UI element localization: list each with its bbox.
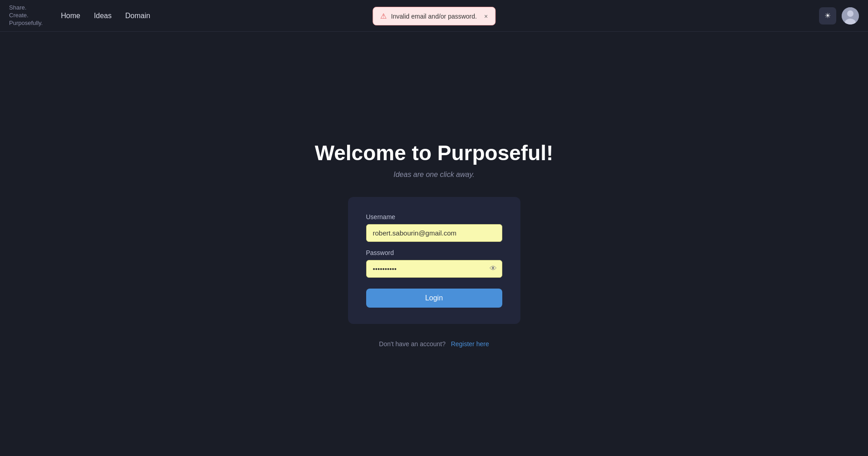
brand-line1: Share. — [9, 4, 43, 12]
nav-domain[interactable]: Domain — [125, 12, 150, 20]
sun-icon: ☀ — [824, 11, 831, 20]
alert-banner: ⚠ Invalid email and/or password. × — [373, 7, 495, 25]
password-toggle-button[interactable]: 👁 — [490, 265, 497, 273]
register-prompt: Don't have an account? — [379, 340, 446, 348]
svg-point-1 — [847, 10, 853, 17]
brand: Share. Create. Purposefully. — [9, 4, 43, 27]
password-label: Password — [366, 249, 502, 256]
eye-icon: 👁 — [490, 265, 497, 272]
avatar[interactable] — [842, 7, 859, 25]
nav-right: ☀ — [819, 7, 859, 25]
register-link[interactable]: Register here — [451, 340, 489, 348]
login-card: Username Password 👁 Login — [348, 197, 520, 324]
theme-toggle-button[interactable]: ☀ — [819, 7, 836, 25]
alert-icon: ⚠ — [380, 12, 387, 20]
register-section: Don't have an account? Register here — [379, 340, 489, 348]
navbar: Share. Create. Purposefully. Home Ideas … — [0, 0, 868, 32]
password-input[interactable] — [366, 260, 502, 278]
page-subheading: Ideas are one click away. — [393, 171, 474, 179]
alert-message: Invalid email and/or password. — [391, 13, 477, 20]
page-heading: Welcome to Purposeful! — [315, 141, 554, 165]
brand-line3: Purposefully. — [9, 20, 43, 27]
main-content: Welcome to Purposeful! Ideas are one cli… — [0, 32, 868, 456]
password-group: Password 👁 — [366, 249, 502, 278]
alert-container: ⚠ Invalid email and/or password. × — [373, 7, 495, 25]
nav-home[interactable]: Home — [61, 12, 80, 20]
login-button[interactable]: Login — [366, 289, 502, 308]
nav-links: Home Ideas Domain — [61, 12, 150, 20]
nav-ideas[interactable]: Ideas — [94, 12, 112, 20]
brand-line2: Create. — [9, 12, 43, 20]
alert-close-button[interactable]: × — [484, 13, 488, 20]
username-group: Username — [366, 213, 502, 242]
password-wrapper: 👁 — [366, 260, 502, 278]
username-label: Username — [366, 213, 502, 221]
username-input[interactable] — [366, 224, 502, 242]
